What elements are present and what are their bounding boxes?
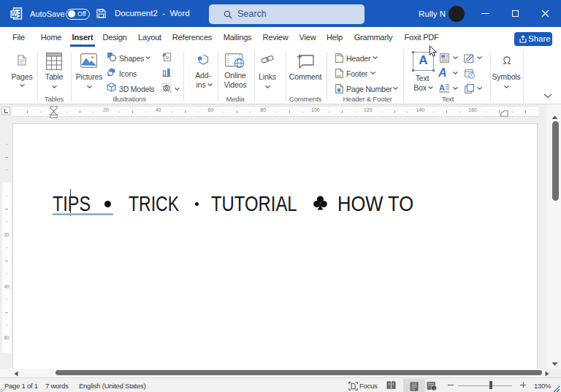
svg-text:W: W [11, 10, 18, 18]
svg-text:A: A [439, 83, 445, 92]
svg-text:i: i [433, 386, 434, 391]
